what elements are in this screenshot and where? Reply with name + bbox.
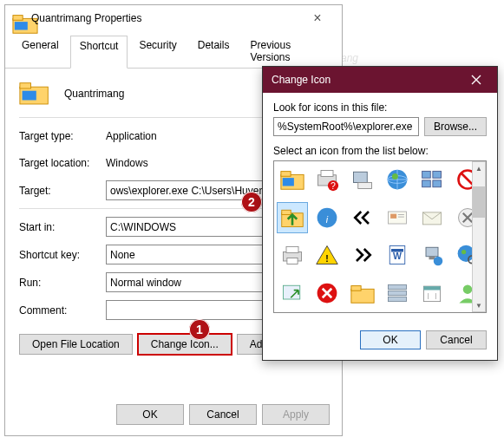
open-file-location-button[interactable]: Open File Location <box>19 334 133 355</box>
svg-rect-1 <box>13 16 23 21</box>
footer-buttons: OK Cancel Apply <box>116 404 330 425</box>
tab-details[interactable]: Details <box>188 35 239 68</box>
computer-fax-icon[interactable] <box>348 165 377 194</box>
svg-rect-13 <box>353 172 367 182</box>
svg-rect-21 <box>433 180 442 187</box>
calendar-icon[interactable] <box>417 278 447 308</box>
browse-button[interactable]: Browse... <box>424 117 487 136</box>
mail-card-icon[interactable] <box>383 203 412 232</box>
svg-rect-36 <box>287 258 298 264</box>
svg-rect-50 <box>351 289 374 303</box>
folder-plain-icon[interactable] <box>348 278 377 308</box>
svg-rect-56 <box>424 286 441 290</box>
icon-list[interactable]: ?i!W <box>273 160 487 313</box>
label-comment: Comment: <box>19 304 106 317</box>
dialog-titlebar: Change Icon <box>263 67 497 93</box>
change-icon-dialog: Change Icon Look for icons in this file:… <box>262 66 498 361</box>
annotation-badge-1: 1 <box>189 319 210 340</box>
svg-rect-52 <box>388 284 406 289</box>
tab-bar: General Shortcut Security Details Previo… <box>5 31 342 69</box>
svg-rect-2 <box>15 22 28 29</box>
scrollbar[interactable]: ▲ ▼ <box>472 161 486 312</box>
label-run: Run: <box>19 277 106 289</box>
apply-button[interactable]: Apply <box>262 404 330 425</box>
titlebar: Quantrimang Properties × <box>5 5 342 31</box>
info-icon[interactable]: i <box>312 203 342 232</box>
svg-rect-4 <box>20 83 31 88</box>
folder-up-icon[interactable] <box>278 203 307 232</box>
svg-rect-5 <box>23 91 36 101</box>
scroll-thumb[interactable] <box>473 186 485 218</box>
svg-rect-18 <box>422 171 431 178</box>
error-x-icon[interactable] <box>312 278 342 308</box>
envelope-icon[interactable] <box>417 203 447 232</box>
window-title: Quantrimang Properties <box>31 12 300 24</box>
thumbnails-icon[interactable] <box>417 165 447 194</box>
printer-icon[interactable] <box>278 240 307 270</box>
tab-previous-versions[interactable]: Previous Versions <box>240 35 333 68</box>
globe-net-icon[interactable] <box>383 165 412 194</box>
svg-rect-8 <box>283 178 294 186</box>
dialog-body: Look for icons in this file: Browse... S… <box>263 93 497 322</box>
chevrons-right-icon[interactable] <box>348 240 377 270</box>
svg-rect-7 <box>281 172 291 177</box>
dialog-footer: OK Cancel <box>263 322 497 360</box>
tab-general[interactable]: General <box>12 35 69 68</box>
window-icon <box>12 11 26 25</box>
dialog-cancel-button[interactable]: Cancel <box>426 330 487 349</box>
select-run-value: Normal window <box>110 277 181 289</box>
svg-point-45 <box>461 250 466 254</box>
label-shortcut-key: Shortcut key: <box>19 249 106 261</box>
look-for-label: Look for icons in this file: <box>273 101 487 114</box>
svg-rect-25 <box>282 210 291 214</box>
label-target-type: Target type: <box>19 130 106 142</box>
svg-text:?: ? <box>331 180 336 191</box>
scroll-up-icon[interactable]: ▲ <box>473 162 485 174</box>
computer-net-icon[interactable] <box>417 240 447 270</box>
dialog-ok-button[interactable]: OK <box>360 330 421 349</box>
svg-rect-10 <box>321 171 333 177</box>
word-doc-icon[interactable]: W <box>383 240 412 270</box>
svg-text:!: ! <box>326 253 330 264</box>
svg-rect-51 <box>351 285 361 291</box>
list-thumb-icon[interactable] <box>383 278 412 308</box>
label-target-location: Target location: <box>19 157 106 169</box>
svg-point-59 <box>462 284 472 294</box>
select-icon-label: Select an icon from the list below: <box>273 145 487 157</box>
annotation-badge-2: 2 <box>241 192 262 212</box>
dialog-close-button[interactable] <box>459 68 494 92</box>
chevrons-left-icon[interactable] <box>348 203 377 232</box>
svg-rect-29 <box>390 213 396 218</box>
icon-file-input[interactable] <box>273 117 419 136</box>
cancel-button[interactable]: Cancel <box>189 404 257 425</box>
warning-icon[interactable]: ! <box>312 240 342 270</box>
label-start-in: Start in: <box>19 221 106 233</box>
scroll-down-icon[interactable]: ▼ <box>473 299 485 311</box>
folder-icon[interactable] <box>278 165 307 194</box>
svg-point-43 <box>434 257 443 266</box>
item-icon <box>19 81 50 107</box>
svg-rect-19 <box>433 171 442 178</box>
svg-rect-14 <box>357 183 371 189</box>
dialog-title: Change Icon <box>272 74 459 86</box>
tab-shortcut[interactable]: Shortcut <box>70 36 128 69</box>
printer-question-icon[interactable]: ? <box>312 165 342 194</box>
svg-rect-53 <box>388 291 406 295</box>
svg-rect-41 <box>426 247 438 257</box>
svg-rect-35 <box>286 246 298 252</box>
change-icon-button[interactable]: Change Icon... <box>138 334 232 355</box>
svg-point-17 <box>392 173 398 180</box>
window-arrow-icon[interactable] <box>278 278 307 308</box>
close-button[interactable]: × <box>300 10 335 26</box>
ok-button[interactable]: OK <box>116 404 184 425</box>
svg-text:W: W <box>393 251 402 261</box>
label-target: Target: <box>19 185 106 197</box>
tab-security[interactable]: Security <box>129 35 186 68</box>
item-name: Quantrimang <box>64 88 124 100</box>
svg-rect-54 <box>388 297 406 301</box>
svg-rect-20 <box>422 180 431 187</box>
